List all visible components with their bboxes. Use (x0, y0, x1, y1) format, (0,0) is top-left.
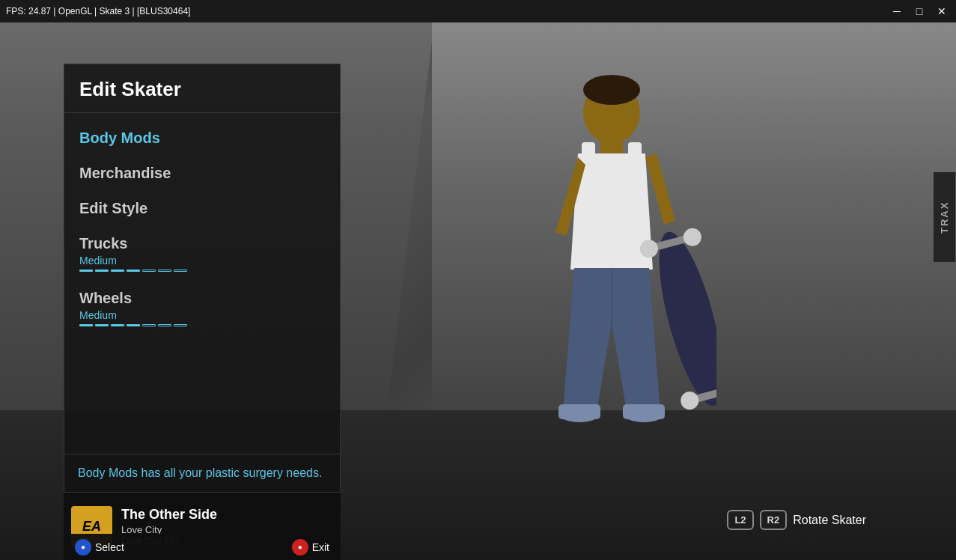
dash-w7 (174, 324, 187, 326)
menu-item-trucks[interactable]: Trucks Medium (64, 226, 340, 281)
exit-label: Exit (312, 541, 329, 553)
svg-point-1 (583, 75, 640, 105)
wheels-sub-label: Medium (79, 309, 117, 321)
dash-5 (142, 270, 156, 272)
dash-w3 (111, 324, 124, 326)
trax-tab[interactable]: TRAX (934, 172, 956, 262)
dash-2 (95, 270, 109, 272)
select-icon: ● (75, 539, 91, 556)
menu-item-wheels[interactable]: Wheels Medium (64, 281, 340, 335)
track-title: The Other Side (121, 507, 333, 523)
dash-3 (111, 270, 124, 272)
trucks-sub-label: Medium (79, 255, 117, 267)
game-background: TRAX Edit Skater Body Mods Merchandise E… (0, 22, 956, 560)
l2-key: L2 (727, 510, 753, 530)
r2-key: R2 (760, 510, 788, 530)
edit-style-label: Edit Style (79, 200, 325, 217)
titlebar-text: FPS: 24.87 | OpenGL | Skate 3 | [BLUS304… (6, 6, 190, 16)
trucks-sub: Medium (79, 255, 325, 267)
select-button[interactable]: ● Select (75, 539, 124, 556)
select-label: Select (95, 541, 124, 553)
dash-w2 (95, 324, 109, 326)
titlebar-controls: ─ □ ✕ (889, 3, 950, 19)
dash-w4 (127, 324, 140, 326)
dash-1 (79, 270, 93, 272)
maximize-button[interactable]: □ (911, 3, 928, 19)
titlebar: FPS: 24.87 | OpenGL | Skate 3 | [BLUS304… (0, 0, 956, 22)
description-text: Body Mods has all your plastic surgery n… (78, 466, 322, 479)
svg-rect-4 (628, 142, 642, 156)
menu-item-edit-style[interactable]: Edit Style (64, 191, 340, 226)
dash-7 (174, 270, 187, 272)
minimize-button[interactable]: ─ (889, 3, 905, 19)
svg-rect-7 (558, 404, 600, 419)
menu-items: Body Mods Merchandise Edit Style Trucks … (64, 113, 340, 343)
menu-item-body-mods[interactable]: Body Mods (64, 121, 340, 156)
skater-character (507, 60, 716, 494)
svg-rect-3 (582, 142, 595, 156)
dash-w5 (142, 324, 156, 326)
wheels-dashes (79, 324, 325, 326)
svg-rect-9 (623, 404, 665, 419)
dash-6 (158, 270, 171, 272)
dash-w1 (79, 324, 93, 326)
trucks-label: Trucks (79, 235, 325, 252)
menu-title: Edit Skater (64, 64, 340, 113)
wheels-sub: Medium (79, 309, 325, 321)
rotate-label: Rotate Skater (793, 514, 866, 527)
exit-icon: ● (292, 539, 308, 556)
menu-item-merchandise[interactable]: Merchandise (64, 156, 340, 191)
rotate-hint: L2 R2 Rotate Skater (727, 510, 866, 530)
action-bar: ● Select ● Exit (64, 534, 341, 560)
exit-button[interactable]: ● Exit (292, 539, 329, 556)
body-mods-label: Body Mods (79, 130, 325, 147)
dash-4 (127, 270, 140, 272)
trucks-dashes (79, 270, 325, 272)
wheels-label: Wheels (79, 290, 325, 307)
close-button[interactable]: ✕ (934, 3, 950, 19)
dash-w6 (158, 324, 171, 326)
description-box: Body Mods has all your plastic surgery n… (64, 454, 341, 493)
merchandise-label: Merchandise (79, 165, 325, 182)
